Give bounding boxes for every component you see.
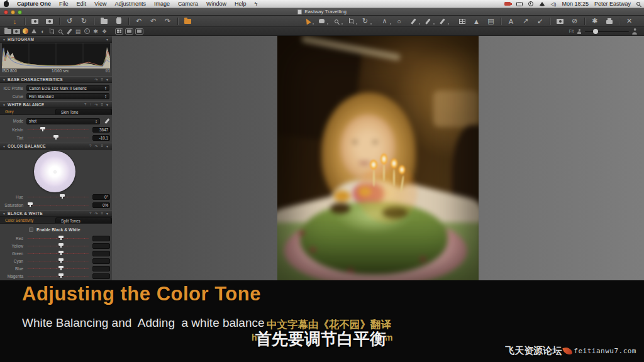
color-balance-panel-header[interactable]: ▼ COLOR BALANCE ? ↷ ≡ ▾ xyxy=(0,143,112,150)
undo-icon[interactable]: ↶ xyxy=(135,17,143,25)
enable-bw-checkbox[interactable] xyxy=(29,228,33,232)
output-tab-icon[interactable]: ❖ xyxy=(100,28,109,35)
capture-tab-icon[interactable] xyxy=(12,28,21,35)
panel-preset-icon[interactable]: ↷ xyxy=(94,102,99,107)
channel-red-value[interactable] xyxy=(92,236,110,241)
menu-help[interactable]: Help xyxy=(235,1,247,7)
disclosure-triangle-icon[interactable]: ▼ xyxy=(3,145,6,148)
settings-tab-icon[interactable]: ✱ xyxy=(91,28,100,35)
annotation-text-icon[interactable]: A xyxy=(507,17,515,25)
channel-yellow-value[interactable] xyxy=(92,243,110,249)
pan-tool-icon[interactable] xyxy=(318,17,326,25)
no-edit-icon[interactable]: ⊘ xyxy=(570,17,579,25)
import-icon[interactable]: ↓ xyxy=(11,17,19,25)
hue-value[interactable]: 0° xyxy=(92,194,110,200)
details-tab-icon[interactable] xyxy=(56,28,65,35)
crop-tool-icon[interactable] xyxy=(347,17,355,25)
zoom-tool-icon[interactable] xyxy=(332,17,340,25)
rotate-ccw-icon[interactable]: ↺ xyxy=(65,17,74,25)
mode-dropdown[interactable]: shot ▲▼ xyxy=(26,118,100,124)
kelvin-slider[interactable] xyxy=(26,126,90,133)
forward-icon[interactable]: ↷ xyxy=(164,17,172,25)
panel-help-icon[interactable]: ? xyxy=(89,144,92,148)
channel-yellow-slider[interactable] xyxy=(26,243,90,249)
saturation-slider-thumb[interactable] xyxy=(28,202,33,205)
tab-color-sensitivity[interactable]: Color Sensitivity xyxy=(0,217,55,223)
photo-canvas[interactable] xyxy=(277,36,479,280)
new-album-folder-icon[interactable] xyxy=(100,17,108,25)
channel-green-thumb[interactable] xyxy=(58,251,64,253)
hue-slider[interactable] xyxy=(26,194,90,200)
panel-reset-icon[interactable]: ≡ xyxy=(101,77,104,82)
rating-down-icon[interactable]: ↙ xyxy=(536,17,544,25)
channel-cyan-value[interactable] xyxy=(92,258,110,264)
channel-blue-value[interactable] xyxy=(92,266,110,272)
panel-menu-icon[interactable]: ▾ xyxy=(106,211,109,216)
select-tool-icon[interactable] xyxy=(303,17,311,25)
channel-magenta-slider[interactable] xyxy=(26,273,90,279)
trash-icon[interactable] xyxy=(114,17,123,25)
spotlight-search-icon[interactable] xyxy=(636,2,640,6)
capture-camera-icon[interactable] xyxy=(556,17,564,25)
rotate-cw-icon[interactable]: ↻ xyxy=(80,17,88,25)
clock-icon[interactable] xyxy=(528,1,533,6)
displays-icon[interactable] xyxy=(516,2,523,6)
composition-tab-icon[interactable] xyxy=(47,28,56,35)
histogram-panel-header[interactable]: ▼ HISTOGRAM ▾ xyxy=(0,36,112,43)
panel-reset-icon[interactable]: ≡ xyxy=(101,102,104,107)
copy-adjustments-icon[interactable] xyxy=(184,17,192,25)
white-balance-panel-header[interactable]: ▼ WHITE BALANCE ? ↑ ↷ ≡ ▾ xyxy=(0,101,112,108)
channel-magenta-thumb[interactable] xyxy=(58,273,64,276)
channel-magenta-value[interactable] xyxy=(92,273,110,279)
tab-grey[interactable]: Grey xyxy=(0,108,55,114)
kelvin-slider-thumb[interactable] xyxy=(40,127,45,129)
tint-slider-thumb[interactable] xyxy=(53,135,58,138)
spot-tool-icon[interactable]: ∧ xyxy=(380,17,389,25)
color-balance-wheel[interactable] xyxy=(34,151,75,192)
zoom-slider[interactable] xyxy=(585,31,629,32)
menu-adjustments[interactable]: Adjustments xyxy=(114,1,146,7)
info-tab-icon[interactable] xyxy=(82,28,91,35)
panel-preset-icon[interactable]: ↷ xyxy=(94,77,99,82)
channel-green-slider[interactable] xyxy=(26,250,90,256)
minimize-window-button[interactable] xyxy=(11,10,15,14)
zoom-fit-label[interactable]: Fit xyxy=(569,29,574,33)
black-white-panel-header[interactable]: ▼ BLACK & WHITE ? ↷ ≡ ▾ xyxy=(0,210,112,217)
exposure-tab-icon[interactable]: ◐ xyxy=(38,28,47,35)
color-tab-icon[interactable] xyxy=(21,28,30,35)
viewer-mode-icon[interactable] xyxy=(31,17,39,25)
panel-pick-icon[interactable]: ↑ xyxy=(89,102,92,107)
white-balance-eyedropper-icon[interactable] xyxy=(104,118,109,124)
menu-edit[interactable]: Edit xyxy=(77,1,87,7)
time-machine-icon[interactable] xyxy=(504,2,511,6)
panel-help-icon[interactable]: ? xyxy=(89,211,92,216)
straighten-tool-icon[interactable]: ↻ xyxy=(361,17,369,25)
back-icon[interactable]: ↶ xyxy=(149,17,157,25)
tab-split-tones[interactable]: Split Tones xyxy=(55,217,112,223)
menu-clock-label[interactable]: Mon 18:25 xyxy=(562,1,589,7)
customize-toolbar-icon[interactable]: ✕ xyxy=(625,17,633,25)
panel-preset-icon[interactable]: ↷ xyxy=(94,211,99,216)
menu-view[interactable]: View xyxy=(94,1,106,7)
saturation-value[interactable]: 0% xyxy=(92,202,110,208)
print-icon[interactable] xyxy=(605,17,613,25)
apple-icon[interactable] xyxy=(4,1,9,7)
grid-overlay-icon[interactable] xyxy=(458,17,466,25)
menu-camera[interactable]: Camera xyxy=(178,1,198,7)
viewer-view-button[interactable] xyxy=(125,28,133,35)
zoom-slider-thumb[interactable] xyxy=(593,29,598,34)
panel-menu-icon[interactable]: ▾ xyxy=(106,37,109,41)
panel-menu-icon[interactable]: ▾ xyxy=(106,144,109,148)
menu-image[interactable]: Image xyxy=(154,1,170,7)
disclosure-triangle-icon[interactable]: ▼ xyxy=(3,38,6,41)
channel-red-thumb[interactable] xyxy=(58,236,64,238)
pick-color-tool-icon[interactable] xyxy=(438,17,447,25)
disclosure-triangle-icon[interactable]: ▼ xyxy=(3,78,6,82)
zoom-window-button[interactable] xyxy=(18,10,22,14)
panel-menu-icon[interactable]: ▾ xyxy=(106,77,109,82)
process-gear-icon[interactable]: ✱ xyxy=(591,17,599,25)
filmstrip-view-button[interactable] xyxy=(135,28,143,35)
menu-file[interactable]: File xyxy=(59,1,69,7)
panel-preset-icon[interactable]: ↷ xyxy=(94,144,99,148)
lens-tab-icon[interactable] xyxy=(30,28,38,35)
